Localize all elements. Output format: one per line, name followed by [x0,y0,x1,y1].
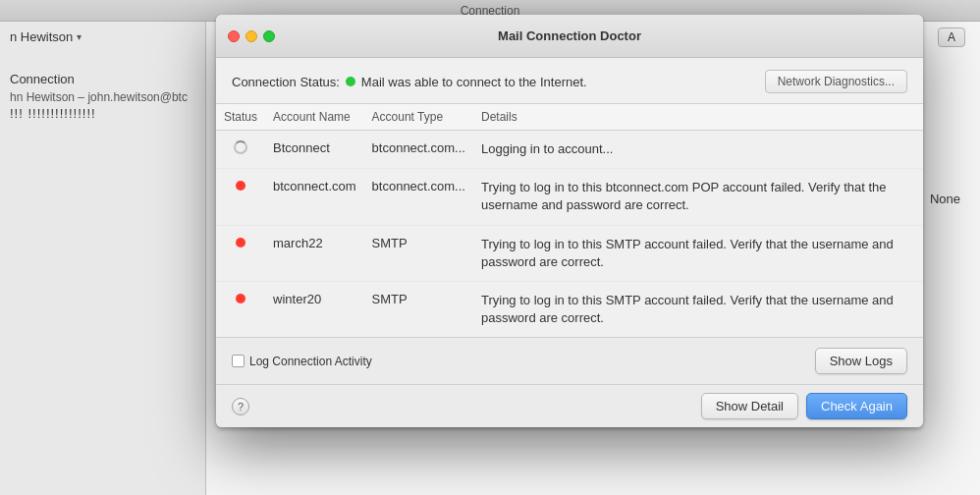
accounts-table: Status Account Name Account Type Details… [216,104,923,337]
action-buttons: Show Detail Check Again [701,393,907,419]
col-type-header: Account Type [364,104,473,131]
show-logs-area: Show Logs [815,348,907,374]
status-green-dot [346,77,355,86]
traffic-lights [228,30,275,42]
table-row: Btconnectbtconnect.com...Logging in to a… [216,131,923,169]
connection-status-label: Connection Status: [232,75,340,89]
dialog-titlebar: Mail Connection Doctor [216,15,923,58]
row-account-name: winter20 [265,281,364,337]
row-details: Logging in to account... [473,131,923,169]
accounts-table-wrapper: Status Account Name Account Type Details… [216,104,923,337]
minimize-button[interactable] [245,30,257,42]
action-row: ? Show Detail Check Again [216,384,923,427]
a-button[interactable]: A [938,28,965,47]
error-dot-icon [236,238,245,248]
row-account-name: btconnect.com [265,169,364,225]
status-message: Mail was able to connect to the Internet… [361,75,587,89]
dialog-body: Connection Status: Mail was able to conn… [216,58,923,427]
row-status-cell [216,281,265,337]
row-account-type: btconnect.com... [364,131,473,169]
maximize-button[interactable] [263,30,275,42]
row-status-cell [216,169,265,225]
row-status-cell [216,131,265,169]
sidebar-exclaim: !!! !!!!!!!!!!!!!!! [10,106,195,121]
col-account-header: Account Name [265,104,364,131]
spinning-icon [234,140,247,154]
row-account-type: SMTP [364,225,473,281]
table-row: winter20SMTPTrying to log in to this SMT… [216,281,923,337]
show-detail-button[interactable]: Show Detail [701,393,798,419]
bg-sidebar: n Hewitson ▾ Connection hn Hewitson – jo… [0,22,206,495]
table-row: btconnect.combtconnect.com...Trying to l… [216,169,923,225]
row-account-name: march22 [265,225,364,281]
row-details: Trying to log in to this SMTP account fa… [473,281,923,337]
mail-connection-doctor-dialog: Mail Connection Doctor Connection Status… [216,15,923,427]
table-header: Status Account Name Account Type Details [216,104,923,131]
table-body: Btconnectbtconnect.com...Logging in to a… [216,131,923,338]
status-left: Connection Status: Mail was able to conn… [232,75,587,89]
error-dot-icon [236,181,245,191]
sidebar-account-name: hn Hewitson – john.hewitson@btc [10,90,195,104]
sidebar-user-label: n Hewitson [10,29,73,44]
show-logs-button[interactable]: Show Logs [815,348,907,374]
none-label: None [930,192,960,206]
row-account-type: SMTP [364,281,473,337]
status-bar: Connection Status: Mail was able to conn… [216,58,923,104]
help-button[interactable]: ? [232,398,249,415]
row-status-cell [216,225,265,281]
network-diagnostics-button[interactable]: Network Diagnostics... [765,70,907,93]
col-details-header: Details [473,104,923,131]
row-details: Trying to log in to this SMTP account fa… [473,225,923,281]
error-dot-icon [236,294,245,303]
table-row: march22SMTPTrying to log in to this SMTP… [216,225,923,281]
log-checkbox-wrapper: Log Connection Activity [232,355,372,368]
chevron-down-icon: ▾ [77,31,82,42]
close-button[interactable] [228,30,240,42]
row-account-type: btconnect.com... [364,169,473,225]
sidebar-header: n Hewitson ▾ [0,22,205,52]
sidebar-connection-label: Connection [10,72,195,86]
log-activity-bar: Log Connection Activity Show Logs [216,337,923,384]
row-details: Trying to log in to this btconnect.com P… [473,169,923,225]
dialog-title: Mail Connection Doctor [498,28,641,43]
col-status-header: Status [216,104,265,131]
row-account-name: Btconnect [265,131,364,169]
check-again-button[interactable]: Check Again [806,393,907,419]
log-connection-checkbox[interactable] [232,355,245,367]
log-checkbox-label: Log Connection Activity [249,355,372,368]
